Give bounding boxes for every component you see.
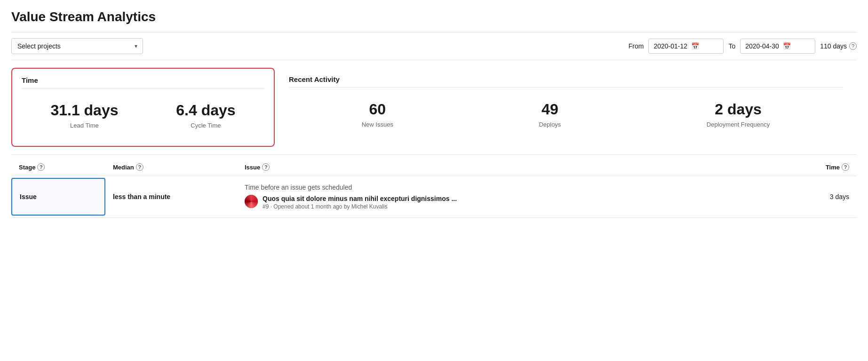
- to-label: To: [728, 42, 735, 50]
- time-panel-title: Time: [22, 76, 264, 88]
- to-date-value: 2020-04-30: [745, 42, 779, 50]
- select-projects-wrapper: Select projects ▾: [11, 38, 143, 54]
- issue-title[interactable]: Quos quia sit dolore minus nam nihil exc…: [263, 195, 457, 202]
- table-row: Issue less than a minute Time before an …: [11, 176, 857, 218]
- cycle-time-value: 6.4 days: [176, 102, 235, 119]
- recent-activity-panel: Recent Activity 60 New Issues 49 Deploys…: [275, 68, 857, 147]
- header-median-label: Median: [113, 164, 134, 171]
- lead-time-metric: 31.1 days Lead Time: [50, 102, 118, 129]
- page-title: Value Stream Analytics: [11, 9, 857, 24]
- issue-help-icon[interactable]: ?: [262, 163, 270, 171]
- stage-cell-text: Issue: [20, 193, 37, 201]
- header-median: Median ?: [113, 163, 245, 171]
- new-issues-value: 60: [369, 101, 386, 118]
- from-label: From: [629, 42, 644, 50]
- issue-meta: #9 · Opened about 1 month ago by Michel …: [263, 203, 457, 210]
- select-projects-input[interactable]: Select projects: [11, 38, 143, 54]
- stats-section: Time 31.1 days Lead Time 6.4 days Cycle …: [11, 60, 857, 155]
- header-time: Time ?: [793, 163, 849, 171]
- deployment-frequency-metric: 2 days Deployment Frequency: [707, 101, 770, 128]
- top-bar: Select projects ▾ From 2020-01-12 📅 To 2…: [11, 32, 857, 60]
- issue-text-block: Quos quia sit dolore minus nam nihil exc…: [263, 195, 457, 210]
- stage-cell[interactable]: Issue: [11, 178, 105, 216]
- avatar: [245, 195, 258, 208]
- days-help-icon[interactable]: ?: [849, 42, 857, 50]
- deployment-frequency-value: 2 days: [715, 101, 762, 118]
- issue-cell: Time before an issue gets scheduled Quos…: [237, 176, 800, 217]
- issue-item: Quos quia sit dolore minus nam nihil exc…: [245, 195, 793, 210]
- stage-help-icon[interactable]: ?: [37, 163, 45, 171]
- calendar-to-icon: 📅: [783, 42, 791, 50]
- days-value: 110 days: [820, 42, 847, 50]
- from-date-value: 2020-01-12: [653, 42, 687, 50]
- lead-time-label: Lead Time: [70, 122, 99, 129]
- avatar-image: [245, 195, 258, 208]
- header-stage: Stage ?: [19, 163, 113, 171]
- median-value: less than a minute: [113, 193, 170, 201]
- header-issue-label: Issue: [245, 164, 260, 171]
- header-time-label: Time: [826, 164, 840, 171]
- deployment-frequency-label: Deployment Frequency: [707, 121, 770, 128]
- time-panel: Time 31.1 days Lead Time 6.4 days Cycle …: [11, 68, 275, 147]
- from-date-input[interactable]: 2020-01-12 📅: [648, 39, 724, 54]
- table-section: Stage ? Median ? Issue ? Time ? Issue le…: [11, 159, 857, 218]
- deploys-metric: 49 Deploys: [539, 101, 561, 128]
- recent-activity-title: Recent Activity: [289, 75, 843, 88]
- time-help-icon[interactable]: ?: [842, 163, 849, 171]
- activity-metrics: 60 New Issues 49 Deploys 2 days Deployme…: [289, 91, 843, 137]
- header-issue: Issue ?: [245, 163, 793, 171]
- median-help-icon[interactable]: ?: [136, 163, 143, 171]
- cycle-time-metric: 6.4 days Cycle Time: [176, 102, 235, 129]
- new-issues-metric: 60 New Issues: [362, 101, 393, 128]
- date-controls: From 2020-01-12 📅 To 2020-04-30 📅 110 da…: [629, 39, 857, 54]
- issue-description: Time before an issue gets scheduled: [245, 184, 793, 191]
- new-issues-label: New Issues: [362, 121, 393, 128]
- to-date-input[interactable]: 2020-04-30 📅: [740, 39, 815, 54]
- lead-time-value: 31.1 days: [50, 102, 118, 119]
- deploys-value: 49: [542, 101, 558, 118]
- time-cell: 3 days: [800, 176, 857, 217]
- calendar-from-icon: 📅: [691, 42, 699, 50]
- days-badge: 110 days ?: [820, 42, 857, 50]
- issue-time-value: 3 days: [830, 193, 849, 201]
- deploys-label: Deploys: [539, 121, 561, 128]
- cycle-time-label: Cycle Time: [191, 122, 221, 129]
- header-stage-label: Stage: [19, 164, 35, 171]
- time-metrics: 31.1 days Lead Time 6.4 days Cycle Time: [22, 92, 264, 138]
- median-cell: less than a minute: [105, 176, 237, 217]
- table-header: Stage ? Median ? Issue ? Time ?: [11, 159, 857, 176]
